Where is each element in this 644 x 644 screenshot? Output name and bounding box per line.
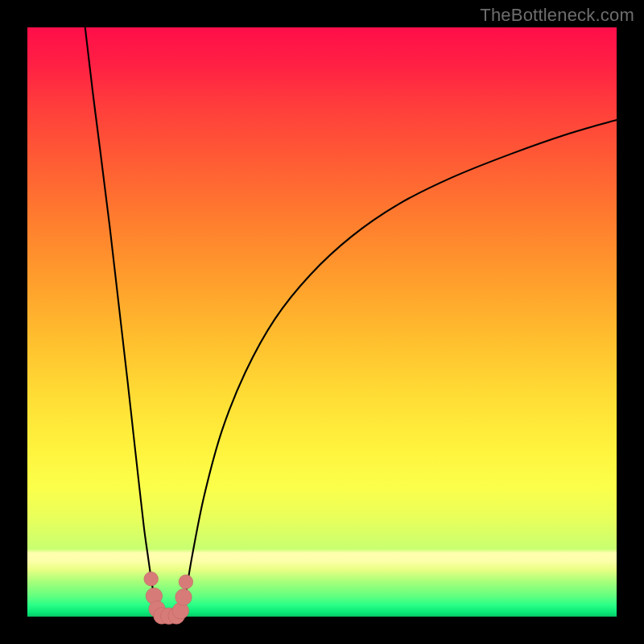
data-marker <box>179 575 193 589</box>
watermark-text: TheBottleneck.com <box>480 5 634 26</box>
data-marker <box>175 589 192 605</box>
curve-right-branch <box>180 120 617 616</box>
chart-frame: TheBottleneck.com <box>0 0 644 644</box>
data-marker <box>144 572 159 586</box>
curve-left-branch <box>85 27 159 616</box>
chart-svg <box>27 27 617 617</box>
data-markers <box>144 572 193 624</box>
plot-area <box>27 27 617 617</box>
